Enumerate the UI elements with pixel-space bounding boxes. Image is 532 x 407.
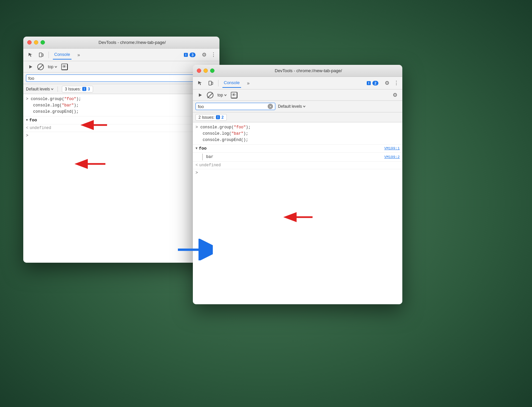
- top-label-1: top: [48, 65, 54, 69]
- console-gear-button-2[interactable]: ⚙: [390, 90, 400, 100]
- settings-button-1[interactable]: ⚙: [200, 50, 209, 60]
- more-menu-button-2[interactable]: ⋮: [393, 78, 400, 88]
- foo-row-2[interactable]: ▼ foo VM199:1: [193, 145, 402, 153]
- collapse-triangle-1: ▼: [26, 118, 28, 122]
- red-arrow-search-1: [79, 116, 109, 135]
- console-toolbar-1: top 👁 1 hidden: [23, 61, 219, 72]
- svg-rect-6: [211, 82, 213, 84]
- more-tabs-button-1[interactable]: »: [74, 50, 83, 60]
- minimize-button-2[interactable]: [203, 68, 208, 73]
- default-levels-button-2[interactable]: Default levels: [278, 104, 306, 109]
- code-line-1a: > console.group("foo");: [26, 96, 217, 102]
- top-dropdown-2[interactable]: top: [215, 92, 229, 98]
- prompt-row-1[interactable]: >: [23, 132, 219, 139]
- eye-button-1[interactable]: 👁: [61, 64, 68, 70]
- collapse-triangle-2: ▼: [196, 147, 198, 150]
- default-levels-button-1[interactable]: Default levels: [26, 87, 54, 91]
- window-title-2: DevTools - chrome://new-tab-page/: [218, 68, 398, 73]
- vm-ref-2a: VM199:1: [384, 146, 400, 150]
- titlebar-1: DevTools - chrome://new-tab-page/: [23, 37, 219, 49]
- window-title-1: DevTools - chrome://new-tab-page/: [49, 40, 215, 45]
- badge-count-2: 2: [372, 81, 378, 85]
- code-line-2b: console.log("bar");: [196, 131, 400, 137]
- toolbar-divider-1: [49, 52, 49, 58]
- svg-marker-8: [199, 93, 202, 97]
- search-filter-row-2: foo ✕ Default levels: [193, 101, 402, 112]
- run-script-button-1[interactable]: [26, 62, 35, 71]
- search-input-2[interactable]: foo: [198, 104, 266, 109]
- issues-badge-button-1[interactable]: 3: [181, 51, 198, 59]
- close-button-1[interactable]: [27, 40, 32, 45]
- devtools-window-2: DevTools - chrome://new-tab-page/ Consol…: [193, 65, 402, 304]
- main-toolbar-2: Console » 2 ⚙ ⋮: [193, 77, 402, 89]
- svg-marker-3: [29, 65, 32, 68]
- blue-arrow-right: [176, 239, 213, 262]
- select-element-button-1[interactable]: [26, 50, 35, 60]
- filter-row-2: 2 Issues: 2: [193, 112, 402, 122]
- red-arrow-foo-1: [74, 155, 107, 174]
- top-dropdown-1[interactable]: top: [46, 64, 59, 70]
- code-line-2a: > console.group("foo");: [196, 124, 400, 131]
- more-menu-button-1[interactable]: ⋮: [210, 50, 217, 60]
- code-group-2: > console.group("foo"); console.log("bar…: [193, 122, 402, 145]
- code-line-2c: console.groupEnd();: [196, 137, 400, 143]
- svg-rect-0: [39, 53, 42, 57]
- search-wrapper-1: foo ✕: [23, 72, 219, 84]
- svg-rect-5: [209, 81, 211, 85]
- eye-button-2[interactable]: 👁: [231, 92, 237, 98]
- badge-count-1: 3: [190, 53, 196, 57]
- device-mode-button-1[interactable]: [37, 50, 46, 60]
- settings-button-2[interactable]: ⚙: [382, 78, 392, 88]
- code-group-1: > console.group("foo"); console.log("bar…: [23, 94, 219, 116]
- device-mode-button-2[interactable]: [206, 78, 215, 88]
- issues-button-2[interactable]: 2 Issues: 2: [196, 114, 227, 121]
- console-output-1[interactable]: > console.group("foo"); console.log("bar…: [23, 94, 219, 263]
- maximize-button-2[interactable]: [210, 68, 214, 73]
- close-button-2[interactable]: [197, 68, 201, 73]
- search-input-1[interactable]: foo: [28, 76, 208, 81]
- devtools-window-1: DevTools - chrome://new-tab-page/ Consol…: [23, 37, 219, 263]
- block-icon-2[interactable]: [207, 92, 213, 98]
- run-script-button-2[interactable]: [196, 90, 205, 100]
- traffic-lights-1: [27, 40, 45, 45]
- issues-badge-button-2[interactable]: 2: [364, 79, 381, 87]
- issues-label-1: 3 Issues:: [65, 87, 81, 91]
- search-bar-1[interactable]: foo ✕: [26, 74, 217, 82]
- red-arrow-foo-2: [283, 208, 314, 227]
- top-label-2: top: [217, 93, 223, 97]
- issues-count-1: 3: [88, 87, 90, 91]
- select-element-button-2[interactable]: [196, 78, 205, 88]
- maximize-button-1[interactable]: [41, 40, 45, 45]
- more-tabs-button-2[interactable]: »: [244, 78, 253, 88]
- svg-rect-1: [42, 54, 43, 56]
- minimize-button-1[interactable]: [34, 40, 38, 45]
- undefined-row-2: < undefined: [193, 162, 402, 169]
- console-tab-1[interactable]: Console: [53, 50, 71, 60]
- issues-button-1[interactable]: 3 Issues: 3: [62, 86, 93, 92]
- traffic-lights-2: [197, 68, 214, 73]
- foo-label-2: foo: [199, 146, 206, 151]
- block-icon-1[interactable]: [37, 64, 44, 70]
- main-toolbar-1: Console » 3 ⚙ ⋮: [23, 49, 219, 61]
- undefined-row-1: < undefined: [23, 124, 219, 132]
- foo-row-1[interactable]: ▼ foo VM111: [23, 116, 219, 124]
- filter-row-1: Default levels 3 Issues: 3: [23, 84, 219, 94]
- prompt-row-2[interactable]: >: [193, 169, 402, 177]
- console-toolbar-2: top 👁 ⚙: [193, 89, 402, 101]
- titlebar-2: DevTools - chrome://new-tab-page/: [193, 65, 402, 77]
- bar-row-2: bar VM199:2: [193, 153, 402, 162]
- code-line-1b: console.log("bar");: [26, 102, 217, 109]
- issues-label-2: 2 Issues:: [199, 115, 214, 120]
- search-clear-2[interactable]: ✕: [268, 104, 273, 109]
- vm-ref-2b: VM199:2: [384, 155, 400, 159]
- foo-label-1: foo: [29, 118, 37, 123]
- code-line-1c: console.groupEnd();: [26, 109, 217, 115]
- console-tab-2[interactable]: Console: [222, 78, 241, 88]
- bar-label-2: bar: [206, 155, 213, 159]
- search-bar-2[interactable]: foo ✕: [196, 103, 275, 110]
- issues-count-2: 2: [221, 115, 224, 120]
